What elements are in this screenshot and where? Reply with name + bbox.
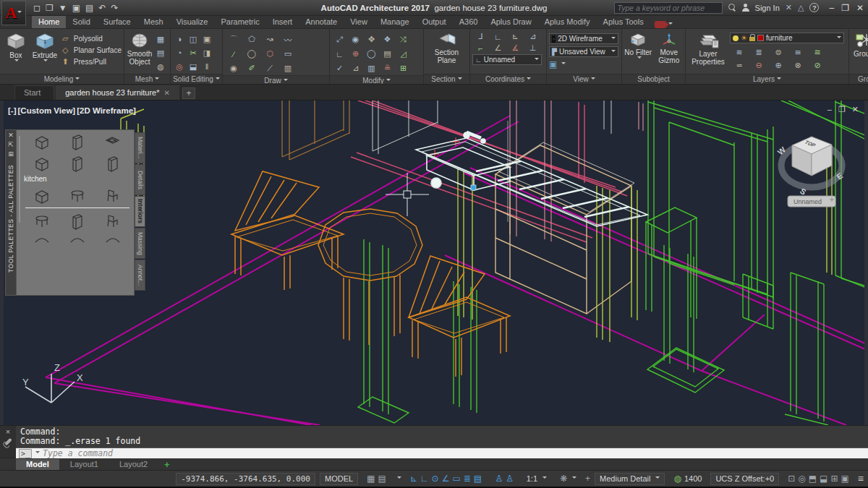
panel-title-groups[interactable]: Groups — [849, 74, 868, 84]
layer-tool-icon[interactable]: ⊜ — [769, 46, 788, 59]
panel-title-modeling[interactable]: Modeling — [0, 74, 124, 84]
move-gizmo-button[interactable]: Move Gizmo — [655, 31, 684, 64]
command-close-icon[interactable]: × — [6, 428, 10, 436]
draw-tool-icon[interactable]: 〰 — [279, 33, 297, 46]
layer-dropdown[interactable]: ☀ furniture — [730, 33, 844, 43]
viewcube-cube[interactable]: TOP — [792, 137, 832, 176]
ribbon-tab[interactable]: Home — [32, 16, 66, 28]
modify-tool-icon[interactable]: ⊿ — [348, 61, 363, 75]
palette-tool-kitchen[interactable] — [105, 156, 121, 172]
a360-connect-icon[interactable]: △ — [798, 3, 804, 12]
ucs-z-offset-button[interactable]: UCS Z Offset:+0 — [710, 473, 779, 485]
modify-tool-icon[interactable]: ◯ — [364, 47, 379, 61]
layout-tab[interactable]: Layout1 — [60, 459, 109, 470]
ribbon-tab[interactable]: Solid — [66, 16, 96, 28]
coordinates-readout[interactable]: -9374.866, -3764.635, 0.000 — [176, 473, 315, 485]
status-tool-icon[interactable]: ⊡ — [788, 474, 795, 483]
draw-tool-icon[interactable]: ⬡ — [261, 47, 278, 61]
ucs-tool-icon[interactable]: ∠ — [490, 43, 506, 53]
new-drawing-tab-button[interactable]: + — [182, 87, 195, 99]
modify-tool-icon[interactable]: ≞ — [380, 61, 395, 75]
palette-tool-arc[interactable] — [105, 233, 121, 244]
layer-tool-icon[interactable]: ⊗ — [788, 59, 807, 72]
app-menu-button[interactable]: A — [1, 1, 26, 25]
panel-title-view[interactable]: View — [547, 74, 621, 84]
palette-tool-dining[interactable] — [69, 214, 85, 230]
file-tab[interactable]: Start — [14, 85, 54, 100]
modify-tool-icon[interactable]: ❖ — [380, 33, 395, 46]
viewport-window-button[interactable]: ❐ — [838, 105, 846, 114]
panel-title-coordinates[interactable]: Coordinates — [470, 74, 546, 84]
command-customize-wrench-icon[interactable] — [4, 438, 12, 446]
modify-tool-icon[interactable]: ⊞ — [396, 61, 411, 75]
layer-tool-icon[interactable]: ⊕ — [769, 59, 788, 72]
file-tab[interactable]: garden house 23 furniture*✕ — [56, 85, 179, 100]
solid-editing-tool-icon[interactable]: ◔ — [173, 46, 186, 59]
annotation-scale-value[interactable]: ◍ 1400 — [669, 473, 706, 485]
layer-properties-button[interactable]: Layer Properties — [688, 31, 728, 66]
quick-access-icon[interactable]: ◻ — [33, 4, 41, 12]
solid-editing-tool-icon[interactable]: ✂ — [187, 46, 200, 59]
modify-tool-icon[interactable]: ✥ — [364, 33, 379, 46]
status-tool-icon[interactable]: ⬒ — [809, 474, 817, 483]
window-control-button[interactable]: ❐ — [841, 3, 849, 13]
viewport-menu-control[interactable]: [-] — [8, 106, 17, 115]
palette-tool-arc[interactable] — [69, 233, 85, 244]
smooth-object-button[interactable]: Smooth Object — [127, 31, 153, 66]
status-tool-icon[interactable]: ⬓ — [820, 474, 827, 483]
grid-toggle-icon[interactable]: ▤ — [378, 474, 386, 483]
layer-tool-icon[interactable]: ≅ — [788, 46, 807, 59]
detail-level-dropdown[interactable]: Medium Detail — [595, 473, 665, 485]
layer-tool-icon[interactable]: ≋ — [730, 46, 749, 59]
modify-tool-icon[interactable]: ⤨ — [396, 33, 411, 46]
palette-group-label[interactable]: kitchen — [24, 175, 131, 183]
ribbon-tab[interactable]: Insert — [266, 16, 299, 28]
new-layout-button[interactable]: + — [158, 459, 176, 470]
video-camera-icon[interactable] — [655, 21, 666, 28]
ucs-tool-icon[interactable]: ⊥ — [524, 43, 541, 53]
draw-tool-icon[interactable]: ▭ — [279, 47, 297, 61]
tool-palette-window[interactable]: ✕ ⇱ ⊞ TOOL PALETTES - ALL PALETTES kit — [5, 129, 145, 296]
quick-access-icon[interactable]: ❒ — [46, 4, 54, 12]
draw-tool-icon[interactable]: ⌒ — [225, 33, 242, 46]
help-search-input[interactable] — [614, 2, 723, 14]
layer-tool-icon[interactable]: ≊ — [808, 46, 827, 59]
panel-title-draw[interactable]: Draw — [223, 75, 329, 85]
command-recent-arrow-icon[interactable] — [35, 451, 40, 455]
panel-title-solid-editing[interactable]: Solid Editing — [171, 74, 222, 84]
snap-mode-icon[interactable]: ⊾ — [410, 474, 417, 483]
solid-editing-tool-icon[interactable]: ▣ — [200, 33, 213, 46]
solid-editing-tool-icon[interactable]: ◫ — [187, 33, 200, 46]
layer-tool-icon[interactable]: ⊖ — [749, 59, 768, 72]
palette-tool-kitchen[interactable] — [105, 134, 121, 150]
snap-mode-icon[interactable]: ▤ — [474, 474, 482, 483]
palette-tab[interactable]: Massing — [135, 228, 145, 259]
solid-editing-tool-icon[interactable]: ◨ — [200, 46, 213, 59]
snap-mode-icon[interactable]: ∟ — [420, 474, 429, 483]
model-space-toggle[interactable]: MODEL — [320, 473, 358, 485]
solid-editing-tool-icon[interactable]: ⬓ — [187, 60, 200, 73]
quick-access-icon[interactable]: ▣ — [72, 4, 80, 12]
viewport-visual-style-control[interactable]: [2D Wireframe] — [77, 106, 136, 115]
draw-tool-icon[interactable]: ◉ — [225, 61, 242, 75]
ribbon-tab[interactable]: A360 — [453, 16, 485, 28]
customization-menu-icon[interactable]: ≡ — [858, 474, 864, 484]
modeling-stack-button[interactable]: ▱ Polysolid — [60, 33, 122, 43]
panel-title-mesh[interactable]: Mesh — [124, 74, 170, 84]
palette-tool-kitchen[interactable] — [69, 134, 85, 150]
modify-tool-icon[interactable]: ▥ — [364, 61, 379, 75]
palette-tool-kitchen[interactable] — [34, 134, 50, 150]
modify-tool-icon[interactable]: ◿ — [396, 47, 411, 61]
search-icon[interactable] — [728, 4, 736, 12]
ribbon-tab[interactable]: Aplus Tools — [597, 16, 650, 28]
autodesk-exchange-icon[interactable]: ✕ — [786, 3, 792, 12]
ribbon-tab[interactable]: Parametric — [214, 16, 265, 28]
mesh-tool-icon[interactable]: ▦ — [154, 33, 167, 46]
command-prompt-icon[interactable]: >_ — [19, 449, 32, 458]
section-plane-button[interactable]: Section Plane — [428, 31, 466, 64]
annotation-visibility-icon[interactable]: ♙ — [495, 474, 503, 483]
quick-access-icon[interactable]: ↷ — [111, 4, 118, 12]
palette-tool-kitchen[interactable] — [34, 156, 50, 172]
draw-tool-icon[interactable]: ⬠ — [243, 33, 260, 46]
box-button[interactable]: Box — [2, 31, 30, 64]
